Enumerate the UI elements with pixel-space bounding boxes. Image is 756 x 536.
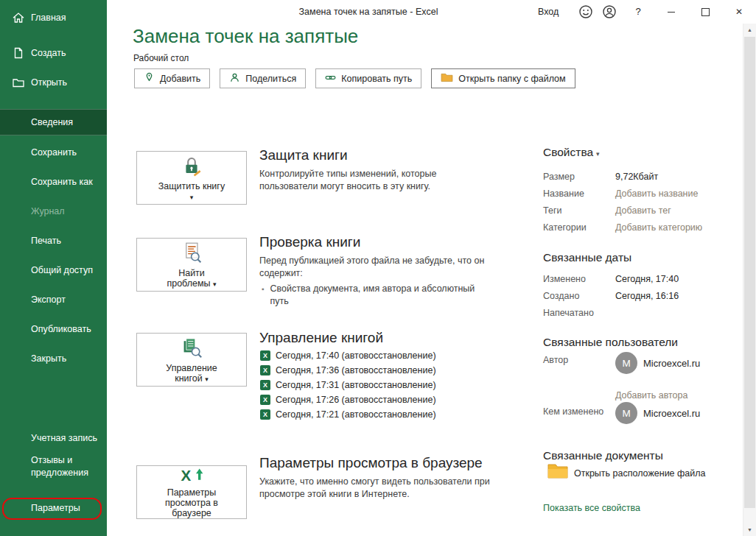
sidebar-item-label: Сохранить (31, 147, 77, 158)
inspect-section-title: Проверка книги (259, 234, 360, 250)
version-label: Сегодня, 17:26 (автовосстановление) (276, 395, 436, 405)
dropdown-caret-icon: ▾ (213, 281, 217, 288)
account-person-icon[interactable] (602, 4, 617, 19)
excel-file-icon: X (260, 395, 270, 405)
lock-pen-icon (178, 154, 206, 180)
version-list-item[interactable]: X Сегодня, 17:36 (автовосстановление) (260, 365, 436, 375)
sidebar-item-label: Общий доступ (31, 265, 93, 275)
inspect-section-description: Перед публикацией этого файла не забудьт… (259, 255, 488, 280)
version-label: Сегодня, 17:36 (автовосстановление) (276, 365, 436, 375)
modified-by-avatar[interactable]: M (615, 402, 637, 424)
modified-by-avatar-initial: M (622, 408, 630, 419)
tags-label: Теги (543, 205, 561, 216)
sign-in-button[interactable]: Вход (538, 7, 559, 17)
excel-file-icon: X (260, 380, 270, 390)
add-author-field[interactable]: Добавить автора (615, 390, 687, 401)
excel-upload-icon: X (177, 466, 206, 486)
version-label: Сегодня, 17:21 (автовосстановление) (276, 409, 436, 420)
sidebar-item-feedback[interactable]: Отзывы и предложения (0, 451, 107, 483)
sidebar-item-label: Параметры (31, 503, 80, 513)
sidebar-item-save[interactable]: Сохранить (0, 141, 107, 164)
sidebar-item-close[interactable]: Закрыть (0, 347, 107, 370)
protect-workbook-label: Защитить книгу (158, 181, 225, 191)
add-category-field[interactable]: Добавить категорию (615, 222, 702, 233)
manage-workbook-button[interactable]: Управление книгой ▾ (136, 333, 247, 387)
maximize-button[interactable] (688, 0, 722, 24)
size-label: Размер (543, 172, 575, 182)
excel-file-icon: X (260, 365, 270, 375)
open-file-folder-button[interactable]: Открыть папку с файлом (431, 68, 575, 88)
sidebar-item-export[interactable]: Экспорт (0, 288, 107, 311)
sidebar-item-options[interactable]: Параметры (0, 496, 107, 520)
scrollbar-thumb[interactable] (744, 37, 755, 508)
sidebar-item-history: Журнал (0, 200, 107, 223)
show-all-properties-link[interactable]: Показать все свойства (543, 503, 640, 513)
sidebar-item-publish[interactable]: Опубликовать (0, 317, 107, 341)
sidebar-item-create[interactable]: Создать (0, 41, 107, 65)
properties-header-label: Свойства (543, 146, 593, 158)
inspect-bullet-text: Свойства документа, имя автора и абсолют… (270, 283, 483, 308)
open-file-location-link[interactable]: Открыть расположение файла (574, 468, 706, 479)
inspect-bullet-item: ▪ Свойства документа, имя автора и абсол… (262, 283, 483, 308)
backstage-info-pane: Замена точек на запятые Рабочий стол Доб… (107, 24, 743, 536)
protect-section-title: Защита книги (259, 147, 348, 163)
window-title: Замена точек на запятые - Excel (299, 7, 438, 17)
share-button-label: Поделиться (245, 74, 296, 84)
sidebar-item-save-as[interactable]: Сохранить как (0, 170, 107, 194)
vertical-scrollbar[interactable]: ▲ ▼ (743, 24, 756, 536)
scroll-down-icon[interactable]: ▼ (743, 523, 756, 536)
copy-path-button[interactable]: Копировать путь (315, 68, 421, 88)
related-people-header: Связанные пользователи (543, 336, 678, 349)
share-button[interactable]: Поделиться (220, 68, 306, 88)
autorecover-version-list: X Сегодня, 17:40 (автовосстановление) X … (260, 350, 436, 424)
version-list-item[interactable]: X Сегодня, 17:31 (автовосстановление) (260, 380, 436, 390)
created-label: Создано (543, 291, 579, 301)
related-dates-header: Связанные даты (543, 251, 631, 264)
modified-by-label: Кем изменено (543, 406, 603, 417)
modified-label: Изменено (543, 274, 586, 284)
check-for-issues-button[interactable]: Найти проблемы ▾ (136, 238, 247, 292)
add-button-label: Добавить (160, 74, 200, 84)
minimize-button[interactable] (654, 0, 688, 24)
open-file-location-folder-icon[interactable] (547, 462, 568, 479)
scroll-up-icon[interactable]: ▲ (743, 24, 756, 36)
titlebar: Замена точек на запятые - Excel Вход ? ✕ (107, 0, 756, 24)
version-list-item[interactable]: X Сегодня, 17:26 (автовосстановление) (260, 395, 436, 405)
sidebar-item-label: Отзывы и предложения (31, 454, 99, 479)
sidebar-item-label: Печать (31, 236, 61, 246)
manage-workbook-label: Управление книгой (166, 363, 217, 384)
home-icon (12, 11, 25, 24)
inspect-document-icon (178, 241, 206, 267)
feedback-smiley-icon[interactable] (578, 4, 593, 19)
copy-path-button-label: Копировать путь (341, 74, 412, 84)
add-title-field[interactable]: Добавить название (615, 188, 698, 199)
version-list-item[interactable]: X Сегодня, 17:21 (автовосстановление) (260, 409, 436, 420)
add-button[interactable]: Добавить (134, 68, 210, 88)
close-button[interactable]: ✕ (722, 0, 756, 24)
modified-by-name: Microexcel.ru (643, 408, 700, 419)
sidebar-item-print[interactable]: Печать (0, 229, 107, 253)
bullet-icon: ▪ (262, 283, 265, 308)
browser-view-options-label: Параметры просмотра в браузере (158, 487, 225, 518)
properties-header[interactable]: Свойства▾ (543, 146, 600, 159)
excel-file-icon: X (260, 350, 270, 361)
document-action-bar: Добавить Поделиться Копировать путь Откр… (134, 68, 575, 88)
manage-versions-icon (178, 336, 206, 362)
help-button[interactable]: ? (631, 6, 645, 17)
sidebar-item-account[interactable]: Учетная запись (0, 426, 107, 450)
version-list-item[interactable]: X Сегодня, 17:40 (автовосстановление) (260, 350, 436, 361)
document-location: Рабочий стол (133, 53, 189, 63)
sidebar-item-home[interactable]: Главная (0, 6, 107, 29)
sidebar-item-share[interactable]: Общий доступ (0, 258, 107, 282)
browser-view-options-button[interactable]: X Параметры просмотра в браузере (136, 465, 247, 519)
excel-backstage-window: Главная Создать Открыть Сведения Сохрани… (0, 0, 756, 536)
sidebar-item-info[interactable]: Сведения (0, 109, 107, 135)
sidebar-item-open[interactable]: Открыть (0, 71, 107, 94)
protect-workbook-button[interactable]: Защитить книгу ▾ (136, 151, 247, 205)
author-label: Автор (543, 355, 568, 365)
sidebar-item-label: Открыть (31, 77, 67, 88)
author-avatar[interactable]: M (615, 352, 637, 374)
add-tag-field[interactable]: Добавить тег (615, 205, 671, 216)
sidebar-item-label: Опубликовать (31, 324, 91, 334)
related-documents-header: Связанные документы (543, 449, 663, 462)
